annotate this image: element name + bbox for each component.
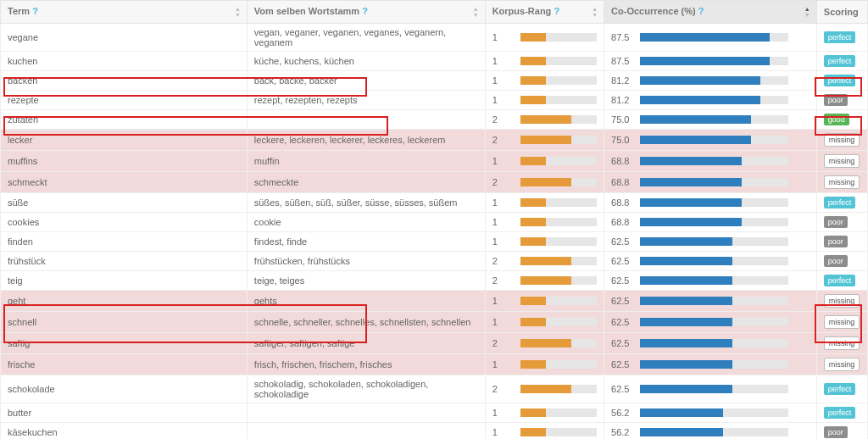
cell-co: 62.5 [604,312,817,333]
score-badge: perfect [824,383,856,395]
cell-rang: 2 [485,271,604,291]
cell-score: perfect [816,271,867,291]
cell-score: missing [816,333,867,354]
co-value: 68.8 [611,177,635,187]
cell-stem: küche, kuchens, küchen [247,52,485,71]
co-value: 62.5 [611,296,635,306]
rang-bar [520,33,597,42]
table-row[interactable]: findenfindest, finde162.5poor [1,232,868,252]
table-row[interactable]: cookiescookie168.8poor [1,213,868,232]
co-bar [640,318,788,326]
co-bar [640,198,788,207]
rang-bar [520,178,597,186]
cell-co: 62.5 [604,252,817,271]
cell-rang: 1 [485,312,604,333]
cell-rang: 1 [485,403,604,423]
score-badge: perfect [824,55,856,67]
cell-stem: cookie [247,213,485,232]
rang-value: 1 [492,296,515,306]
table-row[interactable]: schmecktschmeckte268.8missing [1,172,868,193]
cell-score: missing [816,312,867,333]
cell-score: missing [816,172,867,193]
cell-stem: schokoladig, schokoladen, schokoladigen,… [247,375,485,403]
cell-score: missing [816,151,867,172]
cell-term: schokolade [1,375,248,403]
score-badge: poor [824,255,848,267]
cell-term: butter [1,403,248,423]
cell-rang: 1 [485,232,604,252]
table-row[interactable]: backenback, backe, bäcker181.2perfect [1,71,868,91]
score-badge: missing [824,315,860,329]
co-bar [640,218,788,226]
co-bar [640,408,788,417]
col-header-term[interactable]: Term ?▲▼ [1,1,248,24]
co-value: 56.2 [611,408,635,418]
score-badge: perfect [824,197,856,208]
rang-bar [520,360,597,369]
cell-term: frische [1,354,248,375]
table-row[interactable]: saftigsaftiger, saftigen, saftige262.5mi… [1,333,868,354]
score-badge: perfect [824,275,856,286]
table-row[interactable]: käsekuchen156.2poor [1,423,868,440]
rang-bar [520,318,597,326]
col-header-rang[interactable]: Korpus-Rang ?▲▼ [485,1,604,24]
table-row[interactable]: gehtgehts162.5missing [1,291,868,312]
rang-bar [520,218,597,226]
cell-rang: 1 [485,151,604,172]
help-icon[interactable]: ? [698,6,704,16]
table-row[interactable]: muffinsmuffin168.8missing [1,151,868,172]
cell-term: frühstück [1,252,248,271]
cell-score: perfect [816,193,867,213]
table-row[interactable]: frühstückfrühstücken, frühstücks262.5poo… [1,252,868,271]
cell-stem [247,110,485,130]
co-bar [640,33,788,42]
cell-rang: 1 [485,354,604,375]
table-row[interactable]: schnellschnelle, schneller, schnelles, s… [1,312,868,333]
table-row[interactable]: teigteige, teiges262.5perfect [1,271,868,291]
score-badge: missing [824,294,860,308]
co-value: 62.5 [611,359,635,370]
rang-value: 1 [492,156,515,166]
cell-rang: 1 [485,423,604,440]
table-row[interactable]: leckerleckere, leckeren, leckerer, lecke… [1,130,868,151]
table-row[interactable]: süßesüßes, süßen, süß, süßer, süsse, süs… [1,193,868,213]
help-icon[interactable]: ? [362,6,368,16]
co-value: 62.5 [611,317,635,327]
col-header-co[interactable]: Co-Occurrence (%) ?▲▼ [604,1,817,24]
cell-rang: 1 [485,52,604,71]
cell-co: 62.5 [604,354,817,375]
table-row[interactable]: zutaten275.0good [1,110,868,130]
cell-term: käsekuchen [1,423,248,440]
col-header-stem[interactable]: Vom selben Wortstamm ?▲▼ [247,1,485,24]
score-badge: perfect [824,31,856,43]
table-row[interactable]: kuchenküche, kuchens, küchen187.5perfect [1,52,868,71]
cell-score: perfect [816,52,867,71]
co-value: 75.0 [611,114,635,125]
table-row[interactable]: veganevegan, veganer, veganen, veganes, … [1,24,868,52]
rang-bar [520,276,597,285]
cell-score: poor [816,91,867,110]
table-row[interactable]: rezepterezept, rezepten, rezepts181.2poo… [1,91,868,110]
cell-term: schnell [1,312,248,333]
rang-bar [520,96,597,104]
col-header-score[interactable]: Scoring [816,1,867,24]
cell-rang: 2 [485,333,604,354]
co-value: 68.8 [611,197,635,208]
table-row[interactable]: butter156.2perfect [1,403,868,423]
help-icon[interactable]: ? [32,6,38,16]
score-badge: poor [824,236,848,247]
cell-score: missing [816,354,867,375]
table-row[interactable]: schokoladeschokoladig, schokoladen, scho… [1,375,868,403]
co-value: 62.5 [611,384,635,394]
rang-value: 2 [492,256,515,266]
score-badge: perfect [824,75,856,86]
cell-co: 75.0 [604,130,817,151]
cell-term: geht [1,291,248,312]
rang-value: 1 [492,427,515,437]
help-icon[interactable]: ? [554,6,559,16]
cell-term: kuchen [1,52,248,71]
cell-term: lecker [1,130,248,151]
cell-score: poor [816,252,867,271]
co-bar [640,96,788,104]
table-row[interactable]: frischefrisch, frischen, frischem, frisc… [1,354,868,375]
